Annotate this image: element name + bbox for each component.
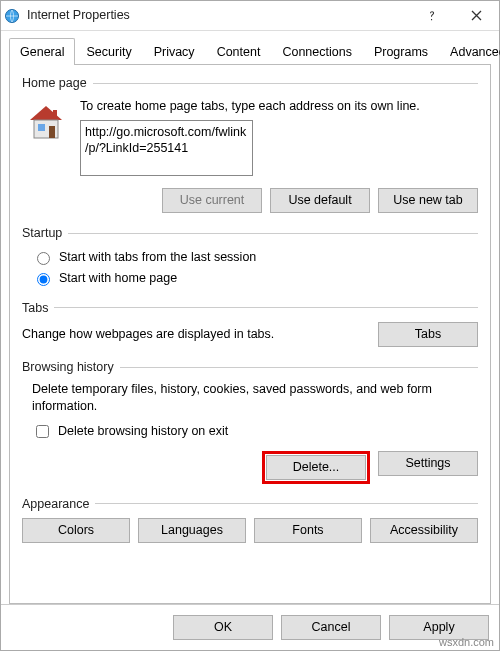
group-browsing-history: Browsing history Delete temporary files,… — [22, 359, 478, 484]
delete-on-exit-checkbox[interactable]: Delete browsing history on exit — [22, 420, 478, 443]
delete-button-highlight: Delete... — [262, 451, 370, 484]
radio-home-page[interactable]: Start with home page — [22, 268, 478, 288]
tab-general[interactable]: General — [9, 38, 75, 65]
general-panel: Home page To create home page tabs, type… — [9, 65, 491, 604]
radio-last-session-label: Start with tabs from the last session — [59, 249, 256, 265]
homepage-hint: To create home page tabs, type each addr… — [80, 98, 478, 120]
tab-connections[interactable]: Connections — [271, 38, 363, 65]
ok-button[interactable]: OK — [173, 615, 273, 640]
history-desc: Delete temporary files, history, cookies… — [22, 381, 478, 420]
titlebar: Internet Properties — [1, 1, 499, 31]
delete-on-exit-label: Delete browsing history on exit — [58, 423, 228, 439]
svg-rect-4 — [49, 126, 55, 138]
tabs-desc: Change how webpages are displayed in tab… — [22, 326, 274, 342]
svg-marker-1 — [30, 106, 62, 120]
tab-privacy[interactable]: Privacy — [143, 38, 206, 65]
tabs-header: Tabs — [22, 300, 48, 316]
radio-home-page-label: Start with home page — [59, 270, 177, 286]
use-default-button[interactable]: Use default — [270, 188, 370, 213]
tabs-button[interactable]: Tabs — [378, 322, 478, 347]
delete-history-button[interactable]: Delete... — [266, 455, 366, 480]
internet-properties-window: Internet Properties General Security Pri… — [0, 0, 500, 651]
appearance-header: Appearance — [22, 496, 89, 512]
group-startup: Startup Start with tabs from the last se… — [22, 225, 478, 288]
home-icon — [22, 98, 70, 146]
languages-button[interactable]: Languages — [138, 518, 246, 543]
homepage-url-input[interactable] — [80, 120, 253, 176]
tab-programs[interactable]: Programs — [363, 38, 439, 65]
tab-security[interactable]: Security — [75, 38, 142, 65]
tab-strip: General Security Privacy Content Connect… — [9, 37, 491, 65]
help-button[interactable] — [409, 1, 454, 31]
history-header: Browsing history — [22, 359, 114, 375]
radio-last-session[interactable]: Start with tabs from the last session — [22, 247, 478, 267]
group-tabs: Tabs Change how webpages are displayed i… — [22, 300, 478, 347]
group-homepage: Home page To create home page tabs, type… — [22, 75, 478, 213]
homepage-header: Home page — [22, 75, 87, 91]
cancel-button[interactable]: Cancel — [281, 615, 381, 640]
history-settings-button[interactable]: Settings — [378, 451, 478, 476]
colors-button[interactable]: Colors — [22, 518, 130, 543]
startup-header: Startup — [22, 225, 62, 241]
svg-rect-5 — [53, 110, 57, 118]
watermark: wsxdn.com — [439, 635, 494, 649]
dialog-footer: OK Cancel Apply — [1, 604, 499, 650]
close-button[interactable] — [454, 1, 499, 31]
app-icon — [1, 8, 23, 24]
fonts-button[interactable]: Fonts — [254, 518, 362, 543]
window-title: Internet Properties — [23, 7, 409, 23]
use-current-button[interactable]: Use current — [162, 188, 262, 213]
group-appearance: Appearance Colors Languages Fonts Access… — [22, 496, 478, 543]
use-new-tab-button[interactable]: Use new tab — [378, 188, 478, 213]
delete-on-exit-input[interactable] — [36, 425, 49, 438]
radio-last-session-input[interactable] — [37, 252, 50, 265]
accessibility-button[interactable]: Accessibility — [370, 518, 478, 543]
tab-advanced[interactable]: Advanced — [439, 38, 500, 65]
svg-rect-3 — [38, 124, 45, 131]
tab-content[interactable]: Content — [206, 38, 272, 65]
radio-home-page-input[interactable] — [37, 273, 50, 286]
